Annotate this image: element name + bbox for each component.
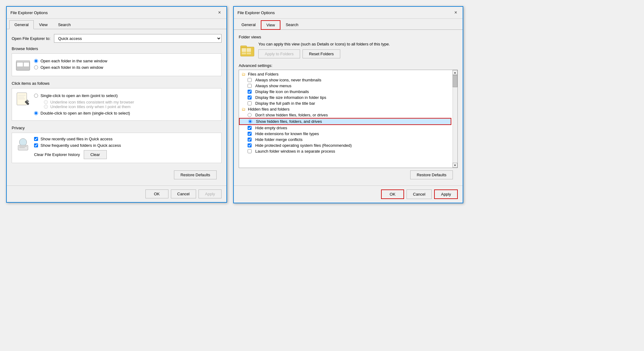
svg-rect-15 <box>241 46 247 48</box>
click-option-single-label: Single-click to open an item (point to s… <box>40 93 118 98</box>
click-option-double-label: Double-click to open an item (single-cli… <box>40 111 130 115</box>
clear-history-label: Clear File Explorer history <box>34 152 80 157</box>
privacy-row: Show recently used files in Quick access… <box>16 137 218 159</box>
tree-always-icons: Always show icons, never thumbnails <box>239 77 451 83</box>
tree-always-menus-label: Always show menus <box>255 84 291 88</box>
folder-views-desc: You can apply this view (such as Details… <box>258 42 390 46</box>
privacy-frequent-folders[interactable]: Show frequently used folders in Quick ac… <box>34 143 218 148</box>
right-tab-view[interactable]: View <box>261 20 280 30</box>
left-dialog: File Explorer Options × General View Sea… <box>6 6 227 203</box>
left-dialog-content: Open File Explorer to: Quick access Brow… <box>7 29 226 185</box>
left-tab-bar: General View Search <box>7 19 226 29</box>
tree-hide-empty-drives: Hide empty drives <box>239 125 451 131</box>
browse-radio-group: Open each folder in the same window Open… <box>34 57 107 71</box>
right-close-button[interactable]: × <box>453 9 459 16</box>
browse-folders-icon <box>16 57 30 72</box>
folder-views-section: You can apply this view (such as Details… <box>239 42 458 58</box>
folder-icon-files: 🗂 <box>241 72 245 76</box>
svg-rect-18 <box>242 53 246 54</box>
left-tab-general[interactable]: General <box>9 20 34 29</box>
svg-rect-3 <box>24 62 29 67</box>
privacy-frequent-folders-label: Show frequently used folders in Quick ac… <box>40 143 121 148</box>
category-files-folders: 🗂 Files and Folders <box>239 71 451 77</box>
right-tab-general[interactable]: General <box>236 20 261 30</box>
tree-show-hidden-label: Show hidden files, folders, and drives <box>256 119 322 124</box>
right-tab-bar: General View Search <box>234 19 463 30</box>
tree-launch-folder-label: Launch folder windows in a separate proc… <box>255 149 335 154</box>
privacy-recent-files[interactable]: Show recently used files in Quick access <box>34 137 218 141</box>
right-restore-row: Restore Defaults <box>239 168 458 181</box>
click-items-label: Click items as follows <box>12 81 222 86</box>
tree-display-file-icon-label: Display file icon on thumbnails <box>255 89 309 94</box>
right-apply-button[interactable]: Apply <box>434 189 458 199</box>
right-restore-defaults-button[interactable]: Restore Defaults <box>410 170 453 179</box>
tree-display-file-size: Display file size information in folder … <box>239 95 451 100</box>
category-hidden-files-label: Hidden files and folders <box>248 107 290 111</box>
left-ok-button[interactable]: OK <box>145 189 168 198</box>
tree-hide-empty-drives-label: Hide empty drives <box>255 126 287 130</box>
click-items-box: Single-click to open an item (point to s… <box>12 88 222 121</box>
tree-hide-extensions-label: Hide extensions for known file types <box>255 131 319 136</box>
click-option-single[interactable]: Single-click to open an item (point to s… <box>34 93 134 98</box>
scrollbar-track: ▲ ▼ <box>453 70 457 168</box>
browse-folders-box: Open each folder in the same window Open… <box>12 53 222 76</box>
browse-option-own[interactable]: Open each folder in its own window <box>34 65 107 70</box>
tree-always-icons-label: Always show icons, never thumbnails <box>255 78 321 82</box>
tree-hide-protected: Hide protected operating system files (R… <box>239 142 451 148</box>
left-dialog-title: File Explorer Options <box>10 10 48 15</box>
browse-option-same[interactable]: Open each folder in the same window <box>34 59 107 63</box>
click-option-underline-hover[interactable]: Underline icon titles only when I point … <box>44 104 134 109</box>
left-restore-defaults-button[interactable]: Restore Defaults <box>174 170 217 179</box>
browse-option-same-label: Open each folder in the same window <box>40 59 107 63</box>
folder-icon-hidden: 🗂 <box>241 107 245 111</box>
left-tab-search[interactable]: Search <box>53 20 76 29</box>
click-option-underline-browser-label: Underline icon titles consistent with my… <box>50 100 134 104</box>
browse-folders-label: Browse folders <box>12 46 222 51</box>
svg-rect-16 <box>242 48 246 52</box>
right-dialog: File Explorer Options × General View Sea… <box>233 6 463 203</box>
scrollbar-thumb[interactable] <box>453 75 457 87</box>
category-hidden-files: 🗂 Hidden files and folders <box>239 106 451 112</box>
left-tab-view[interactable]: View <box>34 20 53 29</box>
reset-folders-button[interactable]: Reset Folders <box>303 49 340 58</box>
tree-launch-folder: Launch folder windows in a separate proc… <box>239 148 451 154</box>
tree-display-file-size-label: Display file size information in folder … <box>255 95 326 100</box>
left-cancel-button[interactable]: Cancel <box>171 189 196 198</box>
right-dialog-title: File Explorer Options <box>237 10 275 15</box>
privacy-label: Privacy <box>12 126 222 130</box>
click-option-underline-browser[interactable]: Underline icon titles consistent with my… <box>44 100 134 104</box>
tree-always-menus: Always show menus <box>239 83 451 89</box>
scrollbar-up-arrow[interactable]: ▲ <box>453 70 457 75</box>
svg-rect-17 <box>247 48 251 52</box>
folder-views-buttons: Apply to Folders Reset Folders <box>258 49 390 58</box>
left-title-bar: File Explorer Options × <box>7 7 226 19</box>
clear-button[interactable]: Clear <box>84 150 107 159</box>
click-suboptions: Underline icon titles consistent with my… <box>44 100 134 109</box>
right-tab-search[interactable]: Search <box>280 20 303 30</box>
right-ok-button[interactable]: OK <box>381 189 404 199</box>
privacy-recent-files-label: Show recently used files in Quick access <box>40 137 113 141</box>
svg-rect-2 <box>17 62 23 67</box>
privacy-icon <box>16 137 30 151</box>
apply-to-folders-button[interactable]: Apply to Folders <box>258 49 300 58</box>
svg-rect-19 <box>247 53 251 54</box>
clear-history-row: Clear File Explorer history Clear <box>34 150 218 159</box>
category-files-folders-label: Files and Folders <box>248 72 279 76</box>
right-dialog-content: Folder views You can apply this view (su… <box>234 30 463 185</box>
open-explorer-row: Open File Explorer to: Quick access <box>12 34 222 43</box>
left-close-button[interactable]: × <box>216 9 223 16</box>
left-restore-row: Restore Defaults <box>12 168 222 181</box>
right-cancel-button[interactable]: Cancel <box>407 189 432 199</box>
scrollbar-down-arrow[interactable]: ▼ <box>453 163 457 168</box>
tree-display-full-path-label: Display the full path in the title bar <box>255 101 315 106</box>
tree-hide-extensions: Hide extensions for known file types <box>239 131 451 137</box>
click-option-underline-hover-label: Underline icon titles only when I point … <box>50 104 131 109</box>
click-radio-group: Single-click to open an item (point to s… <box>34 92 134 117</box>
left-apply-button[interactable]: Apply <box>199 189 222 198</box>
advanced-settings-list[interactable]: 🗂 Files and Folders Always show icons, n… <box>239 70 458 168</box>
right-bottom-bar: OK Cancel Apply <box>234 185 463 203</box>
open-explorer-dropdown[interactable]: Quick access <box>54 34 222 43</box>
open-explorer-label: Open File Explorer to: <box>12 36 50 41</box>
folder-views-desc-area: You can apply this view (such as Details… <box>258 42 390 58</box>
click-option-double[interactable]: Double-click to open an item (single-cli… <box>34 111 134 115</box>
